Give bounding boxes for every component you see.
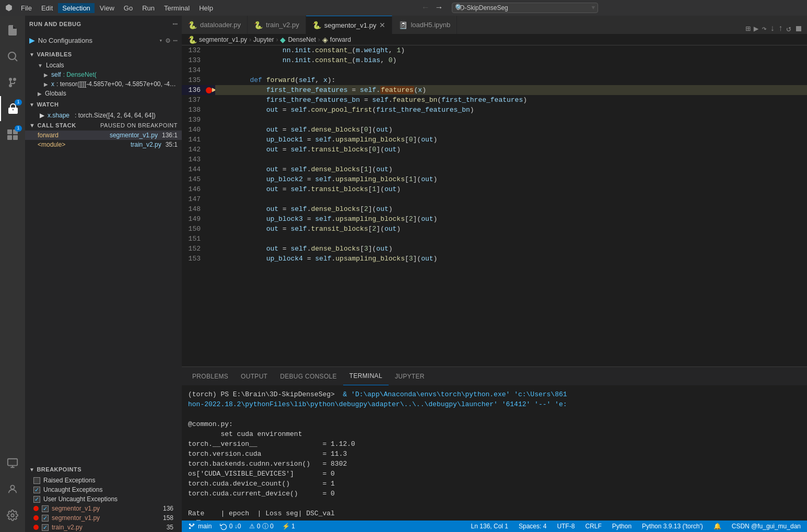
line-bp-132 — [207, 45, 215, 55]
activity-account[interactable] — [0, 477, 25, 502]
panel-tab-output[interactable]: OUTPUT — [235, 367, 274, 385]
line-bp-135 — [207, 75, 215, 85]
tab-dataloader-icon: 🐍 — [188, 21, 197, 29]
debug-step-over-btn[interactable]: ↷ — [762, 23, 767, 34]
status-spaces[interactable]: Spaces: 4 — [517, 523, 548, 530]
run-debug-more[interactable]: ⋯ — [172, 19, 178, 29]
menu-help[interactable]: Help — [195, 3, 217, 13]
raised-checkbox[interactable] — [33, 477, 40, 484]
terminal-prompt-line: (torch) PS E:\Brain\3D-SkipDenseSeg> & '… — [188, 389, 801, 399]
watch-section-header[interactable]: ▼ WATCH — [25, 98, 182, 111]
code-editor[interactable]: 132 nn.init.constant_(m.weight, 1) 133 n… — [182, 45, 807, 367]
variables-section-header[interactable]: ▼ VARIABLES — [25, 48, 182, 61]
watch-item-xshape: ▶ x.shape : torch.Size([4, 2, 64, 64, 64… — [25, 111, 182, 120]
status-sync[interactable]: 0 ↓0 — [218, 523, 243, 530]
status-branch[interactable]: main — [186, 523, 214, 530]
nav-back[interactable]: ← — [421, 3, 430, 13]
debug-continue-btn[interactable]: ▶ — [754, 23, 759, 34]
terminal-blank-1 — [188, 409, 801, 419]
tab-train-v2[interactable]: 🐍 train_v2.py — [248, 16, 306, 34]
status-notifications[interactable]: 🔔 — [711, 523, 723, 530]
line-bp-143 — [207, 155, 215, 164]
activity-remote[interactable] — [0, 451, 25, 476]
tab-segmentor-close[interactable]: ✕ — [379, 21, 385, 29]
status-language[interactable]: Python — [610, 523, 634, 530]
activity-settings[interactable] — [0, 503, 25, 528]
terminal-cuda-devices: os['CUDA_VISIBLE_DEVICES'] = 0 — [188, 469, 801, 479]
status-ln-col[interactable]: Ln 136, Col 1 — [469, 523, 510, 530]
run-more-button[interactable]: ⋯ — [173, 36, 178, 45]
bp-3-name: train_v2.py — [52, 524, 83, 531]
breadcrumb-file[interactable]: segmentor_v1.py — [199, 36, 247, 43]
terminal-content[interactable]: (torch) PS E:\Brain\3D-SkipDenseSeg> & '… — [182, 385, 807, 521]
line-content-139 — [215, 115, 807, 125]
bp-2-checkbox[interactable] — [42, 515, 49, 522]
menu-selection[interactable]: Selection — [58, 3, 94, 13]
activity-explorer[interactable] — [0, 18, 25, 43]
menu-file[interactable]: File — [17, 3, 36, 13]
var-x[interactable]: ▶ x : tensor([[[[-4.5857e+00, -4.5857e+0… — [25, 79, 182, 89]
activity-run-debug[interactable]: 1 — [0, 96, 25, 121]
tab-loadh5[interactable]: 📓 loadH5.ipynb — [392, 16, 457, 34]
line-bp-149 — [207, 214, 215, 224]
activity-extensions[interactable]: 1 — [0, 122, 25, 147]
breadcrumb-jupyter[interactable]: Jupyter — [253, 36, 274, 43]
status-eol[interactable]: CRLF — [583, 523, 603, 530]
debug-step-into-btn[interactable]: ↓ — [770, 24, 775, 33]
menu-terminal[interactable]: Terminal — [160, 3, 194, 13]
main-layout: 1 1 — [0, 16, 807, 532]
settings-icon — [7, 510, 18, 521]
uncaught-checkbox[interactable] — [33, 487, 40, 493]
tab-dataloader[interactable]: 🐍 dataloader.py — [182, 16, 248, 34]
menu-go[interactable]: Go — [120, 3, 137, 13]
line-bp-142 — [207, 145, 215, 155]
menu-run[interactable]: Run — [138, 3, 159, 13]
cs-forward-name: forward — [38, 132, 59, 139]
panel-tab-jupyter[interactable]: JUPYTER — [389, 367, 431, 385]
call-stack-item-module[interactable]: <module> train_v2.py 35:1 — [25, 140, 182, 149]
split-editor-btn[interactable]: ⊞ — [745, 23, 751, 34]
global-search-input[interactable] — [452, 3, 598, 13]
line-content-133: nn.init.constant_(m.bias, 0) — [215, 55, 807, 65]
bp-1-checkbox[interactable] — [42, 505, 49, 512]
panel-tab-problems[interactable]: PROBLEMS — [186, 367, 235, 385]
breakpoints-section-header[interactable]: ▼ BREAKPOINTS — [25, 463, 182, 476]
panel-tab-debug-console[interactable]: DEBUG CONSOLE — [274, 367, 343, 385]
breadcrumb-method[interactable]: forward — [330, 36, 351, 43]
line-bp-152 — [207, 244, 215, 254]
status-errors[interactable]: ⚠ 0 ⓘ 0 — [247, 522, 275, 531]
menu-view[interactable]: View — [96, 3, 119, 13]
status-encoding[interactable]: UTF-8 — [555, 523, 577, 530]
run-play-button[interactable]: ▶ — [29, 34, 35, 46]
status-debug[interactable]: ⚡ 1 — [280, 523, 297, 530]
breadcrumb-class[interactable]: DenseNet — [288, 36, 315, 43]
var-self-type: : DenseNet( — [63, 71, 97, 78]
tab-segmentor-label: segmentor_v1.py — [324, 21, 377, 29]
svg-point-0 — [8, 52, 16, 60]
tab-segmentor[interactable]: 🐍 segmentor_v1.py ✕ — [306, 16, 393, 34]
user-uncaught-checkbox[interactable] — [33, 496, 40, 503]
line-content-141: up_block1 = self.upsampling_blocks[0](ou… — [215, 135, 807, 145]
activity-source-control[interactable] — [0, 70, 25, 95]
bp-segmentor-158: segmentor_v1.py 158 — [25, 513, 182, 523]
bp-3-checkbox[interactable] — [42, 524, 49, 531]
line-bp-151 — [207, 234, 215, 244]
globals-group[interactable]: ▶ Globals — [25, 89, 182, 98]
run-gear-button[interactable]: ⚙ — [166, 36, 170, 45]
line-content-146: out = self.transit_blocks[1](out) — [215, 184, 807, 194]
debug-step-out-btn[interactable]: ↑ — [778, 24, 783, 33]
tab-bar: 🐍 dataloader.py 🐍 train_v2.py 🐍 segmento… — [182, 16, 807, 34]
globals-label: Globals — [45, 90, 66, 97]
status-interpreter[interactable]: Python 3.9.13 ('torch') — [640, 523, 705, 530]
line-content-132: nn.init.constant_(m.weight, 1) — [215, 45, 807, 55]
locals-group[interactable]: ▼ Locals — [25, 61, 182, 70]
var-self[interactable]: ▶ self : DenseNet( — [25, 70, 182, 79]
panel-tab-terminal[interactable]: TERMINAL — [343, 367, 389, 385]
nav-forward[interactable]: → — [434, 3, 443, 13]
call-stack-item-forward[interactable]: forward segmentor_v1.py 136:1 — [25, 131, 182, 140]
debug-stop-btn[interactable]: ⏹ — [794, 24, 803, 34]
activity-search[interactable] — [0, 44, 25, 69]
call-stack-section-header[interactable]: ▼ CALL STACK Paused on breakpoint — [25, 120, 182, 131]
debug-restart-btn[interactable]: ↺ — [786, 23, 791, 34]
menu-edit[interactable]: Edit — [37, 3, 57, 13]
